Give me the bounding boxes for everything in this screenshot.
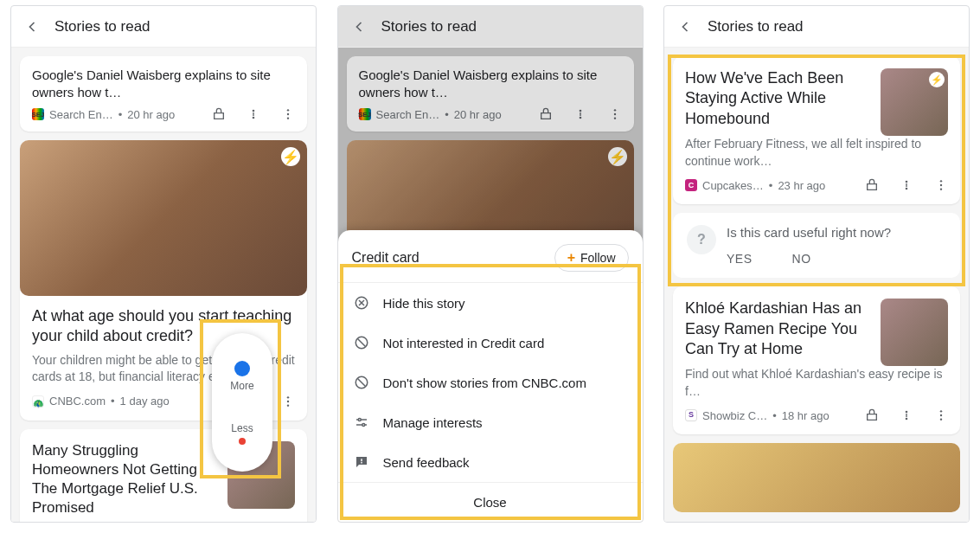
svg-point-38 xyxy=(940,414,942,416)
publisher-name: Search En… xyxy=(376,108,440,121)
block-icon xyxy=(354,335,369,350)
svg-point-4 xyxy=(287,113,289,115)
header-bar: Stories to read xyxy=(338,6,643,48)
svg-point-12 xyxy=(613,109,615,111)
story-card[interactable]: How We've Each Been Staying Active While… xyxy=(673,56,960,204)
overflow-icon[interactable] xyxy=(934,408,948,422)
feedback-yes-button[interactable]: YES xyxy=(727,252,753,266)
amp-icon: ⚡ xyxy=(929,72,945,87)
story-snippet: After February Fitness, we all felt insp… xyxy=(685,136,948,170)
share-icon xyxy=(539,107,553,121)
sheet-row-label: Hide this story xyxy=(383,296,465,311)
amp-icon: ⚡ xyxy=(608,147,627,166)
hide-icon xyxy=(354,295,369,311)
feedback-no-button[interactable]: NO xyxy=(792,252,811,266)
sheet-row-not-interested[interactable]: Not interested in Credit card xyxy=(338,323,643,363)
share-icon[interactable] xyxy=(865,408,879,422)
story-card[interactable]: Khloé Kardashian Has an Easy Ramen Recip… xyxy=(673,286,960,434)
sheet-row-feedback[interactable]: Send feedback xyxy=(338,442,643,482)
svg-rect-29 xyxy=(906,183,906,187)
svg-point-7 xyxy=(287,401,289,402)
svg-point-13 xyxy=(613,113,615,115)
header-title: Stories to read xyxy=(381,18,477,35)
header-bar: Stories to read xyxy=(664,6,969,48)
story-image xyxy=(673,443,960,512)
amp-icon: ⚡ xyxy=(281,147,300,166)
story-card[interactable]: Google's Daniel Waisberg explains to sit… xyxy=(20,56,307,132)
svg-point-8 xyxy=(287,404,289,406)
svg-rect-1 xyxy=(253,112,253,116)
less-label: Less xyxy=(231,422,253,434)
story-title: How We've Each Been Staying Active While… xyxy=(685,68,870,129)
less-button[interactable]: Less xyxy=(231,422,253,445)
plus-icon: + xyxy=(567,251,575,265)
sheet-row-dont-show[interactable]: Don't show stories from CNBC.com xyxy=(338,363,643,402)
sheet-row-label: Manage interests xyxy=(383,415,483,430)
svg-point-30 xyxy=(906,188,908,190)
header-bar: Stories to read xyxy=(11,6,316,48)
svg-point-39 xyxy=(940,419,942,421)
sliders-icon xyxy=(354,414,369,430)
back-icon[interactable] xyxy=(350,18,368,35)
block-icon xyxy=(354,375,369,390)
feedback-question: Is this card useful right now? xyxy=(727,225,946,240)
header-title: Stories to read xyxy=(54,18,151,35)
story-time: 23 hr ago xyxy=(778,179,825,192)
story-snippet: Google's Daniel Waisberg explains to sit… xyxy=(32,67,295,100)
feedback-slider-icon[interactable] xyxy=(247,107,260,121)
svg-point-2 xyxy=(253,117,255,119)
sheet-row-hide[interactable]: Hide this story xyxy=(338,283,643,323)
publisher-name: Showbiz C… xyxy=(702,409,767,422)
svg-point-14 xyxy=(613,117,615,119)
sheet-row-manage[interactable]: Manage interests xyxy=(338,402,643,442)
feedback-slider-icon[interactable] xyxy=(900,408,913,422)
less-dot-icon xyxy=(239,438,246,445)
svg-point-5 xyxy=(287,117,289,119)
phone-2: Stories to read Google's Daniel Waisberg… xyxy=(337,5,644,523)
sheet-close-button[interactable]: Close xyxy=(338,482,643,522)
feedback-slider-icon[interactable] xyxy=(900,178,913,192)
more-button[interactable]: More xyxy=(230,361,253,392)
svg-point-24 xyxy=(358,419,361,421)
sheet-row-label: Send feedback xyxy=(383,455,470,470)
sheet-row-label: Not interested in Credit card xyxy=(383,336,545,350)
svg-point-11 xyxy=(579,117,581,119)
back-icon[interactable] xyxy=(23,18,41,35)
publisher-icon: SEJ xyxy=(32,108,44,120)
story-thumbnail: ⚡ xyxy=(881,68,948,136)
svg-point-0 xyxy=(253,110,255,112)
svg-line-21 xyxy=(357,379,365,387)
svg-point-33 xyxy=(940,189,942,190)
overflow-icon[interactable] xyxy=(281,107,295,121)
phone-1: Stories to read Google's Daniel Waisberg… xyxy=(10,5,317,523)
story-title: Many Struggling Homeowners Not Getting T… xyxy=(32,441,217,517)
overflow-icon[interactable] xyxy=(934,178,948,192)
content-area-3: How We've Each Been Staying Active While… xyxy=(664,48,969,522)
more-less-control[interactable]: More Less xyxy=(212,333,272,472)
story-time: 20 hr ago xyxy=(127,108,175,121)
story-thumbnail xyxy=(881,299,948,366)
publisher-icon: SEJ xyxy=(359,108,371,120)
sheet-topic: Credit card xyxy=(352,250,420,266)
story-snippet: Google's Daniel Waisberg explains to sit… xyxy=(359,67,622,100)
publisher-name: CNBC.com xyxy=(49,395,106,408)
story-card: Google's Daniel Waisberg explains to sit… xyxy=(347,56,634,132)
phone-3: Stories to read How We've Each Been Stay… xyxy=(663,5,970,523)
follow-button[interactable]: + Follow xyxy=(554,244,629,272)
more-label: More xyxy=(230,380,253,392)
action-sheet: Credit card + Follow Hide this story Not… xyxy=(338,230,643,522)
svg-point-32 xyxy=(940,184,942,186)
story-title: Khloé Kardashian Has an Easy Ramen Recip… xyxy=(685,299,870,359)
feedback-card: ? Is this card useful right now? YES NO xyxy=(673,213,960,278)
overflow-icon[interactable] xyxy=(281,395,295,408)
share-icon[interactable] xyxy=(865,178,879,192)
back-icon[interactable] xyxy=(676,18,694,35)
story-time: 18 hr ago xyxy=(782,409,829,422)
svg-point-34 xyxy=(906,411,908,414)
story-time: 20 hr ago xyxy=(454,108,502,121)
story-meta: Showbiz C… • 18 hr ago xyxy=(685,408,948,422)
svg-rect-35 xyxy=(906,414,906,417)
svg-rect-27 xyxy=(361,462,362,464)
share-icon[interactable] xyxy=(212,107,226,121)
publisher-icon xyxy=(685,409,697,421)
